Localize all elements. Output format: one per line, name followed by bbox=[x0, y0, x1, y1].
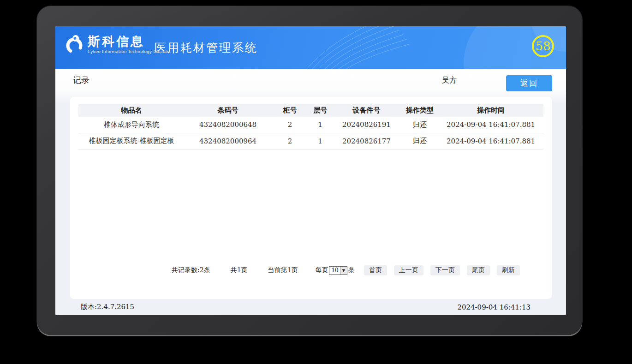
app-screen: 斯科信息 Cykeo Information Technology Co., L… bbox=[55, 26, 566, 315]
records-card: 物品名条码号柜号层号设备件号操作类型操作时间 椎体成形导向系统432408200… bbox=[70, 97, 552, 299]
last-page-button[interactable]: 尾页 bbox=[467, 265, 490, 275]
table-cell: 4324082000964 bbox=[185, 133, 271, 149]
first-page-button[interactable]: 首页 bbox=[364, 265, 387, 275]
table-cell: 椎板固定板系统-椎板固定板 bbox=[78, 133, 185, 149]
table-cell: 2 bbox=[271, 117, 309, 133]
column-header: 操作类型 bbox=[401, 104, 439, 117]
table-cell: 归还 bbox=[401, 133, 439, 149]
main-content: 记录 吴方 返回 物品名条码号柜号层号设备件号操作类型操作时间 椎体成形导向系统… bbox=[55, 69, 566, 315]
page-title: 记录 bbox=[73, 75, 89, 86]
header-decor-lines bbox=[258, 26, 424, 69]
records-table: 物品名条码号柜号层号设备件号操作类型操作时间 椎体成形导向系统432408200… bbox=[78, 104, 543, 149]
countdown-badge: 58 bbox=[532, 35, 554, 57]
pagination-buttons: 首页上一页下一页尾页刷新 bbox=[364, 265, 527, 275]
table-cell: 椎体成形导向系统 bbox=[78, 117, 185, 133]
tablet-frame: 斯科信息 Cykeo Information Technology Co., L… bbox=[37, 6, 582, 335]
per-page-prefix-label: 每页 bbox=[315, 266, 328, 274]
table-row[interactable]: 椎体成形导向系统43240820006482120240826191归还2024… bbox=[78, 117, 543, 133]
total-pages-label: 共1页 bbox=[231, 266, 248, 274]
per-page-suffix-label: 条 bbox=[348, 266, 355, 274]
column-header: 设备件号 bbox=[332, 104, 401, 117]
per-page-value: 10 bbox=[331, 267, 338, 274]
table-cell: 1 bbox=[309, 133, 332, 149]
table-cell: 2024-09-04 16:41:07.881 bbox=[438, 133, 543, 149]
next-page-button[interactable]: 下一页 bbox=[430, 265, 460, 275]
version-label: 版本:2.4.7.2615 bbox=[81, 303, 134, 311]
clock-label: 2024-09-04 16:41:13 bbox=[457, 303, 531, 311]
chevron-down-icon: ▼ bbox=[340, 267, 347, 274]
toolbar: 记录 吴方 返回 bbox=[55, 69, 566, 97]
column-header: 条码号 bbox=[185, 104, 271, 117]
table-cell: 1 bbox=[309, 117, 332, 133]
table-row[interactable]: 椎板固定板系统-椎板固定板43240820009642120240826177归… bbox=[78, 133, 543, 149]
table-cell: 20240826177 bbox=[332, 133, 401, 149]
column-header: 层号 bbox=[309, 104, 332, 117]
per-page-control: 每页 10 ▼ 条 bbox=[315, 266, 354, 275]
pagination-bar: 共记录数:2条 共1页 当前第1页 每页 10 ▼ 条 首页上一页下一页尾页刷新 bbox=[172, 264, 536, 276]
table-cell: 归还 bbox=[401, 117, 439, 133]
status-bar: 版本:2.4.7.2615 2024-09-04 16:41:13 bbox=[55, 299, 566, 315]
refresh-button[interactable]: 刷新 bbox=[497, 265, 520, 275]
column-header: 操作时间 bbox=[438, 104, 543, 117]
per-page-select[interactable]: 10 ▼ bbox=[329, 266, 347, 275]
total-records-label: 共记录数:2条 bbox=[172, 266, 210, 274]
current-page-label: 当前第1页 bbox=[268, 266, 298, 274]
app-header: 斯科信息 Cykeo Information Technology Co., L… bbox=[55, 26, 566, 69]
logo-swirl-icon bbox=[65, 34, 84, 55]
table-cell: 2024-09-04 16:41:07.881 bbox=[438, 117, 543, 133]
column-header: 物品名 bbox=[78, 104, 185, 117]
username-label: 吴方 bbox=[442, 76, 457, 85]
table-cell: 20240826191 bbox=[332, 117, 401, 133]
app-title: 医用耗材管理系统 bbox=[155, 40, 258, 55]
prev-page-button[interactable]: 上一页 bbox=[394, 265, 423, 275]
table-header-row: 物品名条码号柜号层号设备件号操作类型操作时间 bbox=[78, 104, 543, 117]
back-button[interactable]: 返回 bbox=[506, 75, 552, 91]
table-cell: 4324082000648 bbox=[185, 117, 271, 133]
table-cell: 2 bbox=[271, 133, 309, 149]
column-header: 柜号 bbox=[271, 104, 309, 117]
